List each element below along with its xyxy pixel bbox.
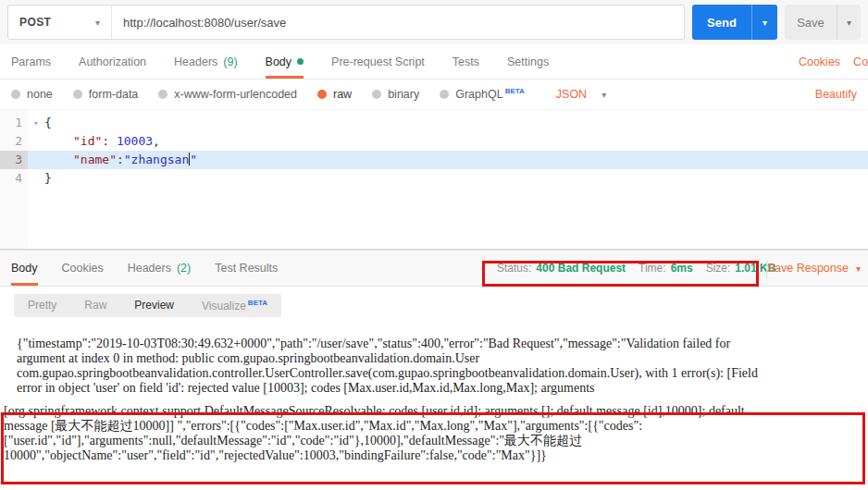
response-line: ["user.id","id"],"arguments":null,"defau… (4, 434, 868, 448)
editor-line-2: 2 "id": 10003, (0, 132, 868, 151)
graphql-beta-badge: BETA (505, 87, 525, 95)
radio-binary[interactable]: binary (372, 88, 419, 101)
response-headers-count-badge: (2) (177, 262, 191, 275)
postman-window: POST ▾ Send ▾ Save ▾ Params Authorizatio… (0, 0, 868, 490)
view-tab-visualize[interactable]: VisualizeBETA (188, 294, 281, 317)
request-body-editor[interactable]: 1 ▾ { 2 "id": 10003, 3 "name":"zhangsan"… (0, 110, 868, 250)
json-value: "zhangsan (124, 153, 189, 166)
url-control: POST ▾ (7, 5, 685, 40)
radio-icon (11, 90, 20, 99)
headers-count-badge: (9) (223, 55, 237, 68)
time-badge: Time: 6ms (639, 262, 693, 275)
response-line: [org.springframework.context.support.Def… (4, 404, 868, 419)
view-tab-raw[interactable]: Raw (70, 294, 120, 317)
status-badge: Status: 400 Bad Request (497, 262, 626, 275)
radio-icon (158, 90, 167, 99)
save-options-button[interactable]: ▾ (837, 5, 861, 40)
editor-line-1: 1 ▾ { (0, 114, 868, 132)
radio-icon (372, 90, 381, 99)
radio-selected-icon (317, 90, 327, 99)
body-language-dropdown[interactable]: JSON ▾ (556, 88, 606, 101)
response-view-row: Pretty Raw Preview VisualizeBETA (0, 287, 868, 317)
response-line: error in object 'user' on field 'id': re… (17, 381, 868, 396)
response-meta: Status: 400 Bad Request Time: 6ms Size: … (497, 251, 775, 286)
chevron-down-icon: ▾ (601, 90, 606, 100)
response-line: message [最大不能超过10000]] ","errors":[{"cod… (4, 419, 868, 434)
chevron-down-icon: ▾ (763, 18, 767, 28)
tab-params[interactable]: Params (11, 44, 51, 79)
radio-graphql[interactable]: GraphQLBETA (440, 87, 525, 101)
method-select[interactable]: POST ▾ (8, 6, 112, 39)
chevron-down-icon: ▾ (95, 18, 100, 28)
save-button[interactable]: Save (785, 5, 837, 40)
response-tab-body[interactable]: Body (11, 251, 38, 286)
response-tab-headers[interactable]: Headers (2) (128, 251, 192, 286)
radio-icon (73, 90, 82, 99)
request-url-bar: POST ▾ Send ▾ Save ▾ (0, 0, 868, 44)
line-number: 1 (0, 114, 28, 132)
tab-headers[interactable]: Headers (9) (174, 44, 238, 79)
response-tab-cookies[interactable]: Cookies (62, 251, 104, 286)
language-label: JSON (556, 88, 587, 101)
response-line: {"timestamp":"2019-10-03T08:30:49.632+00… (17, 337, 868, 351)
response-text-block-highlighted: [org.springframework.context.support.Def… (4, 404, 868, 463)
tab-tests[interactable]: Tests (453, 44, 479, 79)
tab-body[interactable]: Body (266, 44, 304, 79)
tab-pre-request-script[interactable]: Pre-request Script (331, 44, 425, 79)
line-number: 4 (0, 169, 28, 188)
response-line: argument at index 0 in method: public co… (17, 351, 868, 366)
response-preview: {"timestamp":"2019-10-03T08:30:49.632+00… (0, 337, 868, 463)
save-button-group: Save ▾ (785, 5, 861, 40)
response-header: Body Cookies Headers (2) Test Results St… (0, 250, 868, 287)
radio-x-www-form-urlencoded[interactable]: x-www-form-urlencoded (158, 88, 297, 101)
response-text-block: {"timestamp":"2019-10-03T08:30:49.632+00… (17, 337, 868, 396)
body-type-row: none form-data x-www-form-urlencoded raw… (0, 80, 868, 110)
code-link[interactable]: Code (853, 55, 868, 68)
radio-icon (440, 90, 449, 99)
request-tab-links: Cookies Code (799, 44, 868, 79)
send-button-group: Send ▾ (692, 5, 777, 40)
editor-line-4: 4 } (0, 169, 868, 188)
radio-raw[interactable]: raw (317, 88, 352, 101)
method-label: POST (19, 16, 51, 29)
editor-line-3-active: 3 "name":"zhangsan" (0, 151, 868, 169)
json-value: 10003 (117, 134, 153, 148)
radio-form-data[interactable]: form-data (73, 88, 139, 101)
beautify-link[interactable]: Beautify (815, 88, 857, 101)
view-tab-pretty[interactable]: Pretty (14, 294, 70, 317)
request-tabs: Params Authorization Headers (9) Body Pr… (0, 44, 868, 80)
radio-none[interactable]: none (11, 88, 53, 101)
tab-authorization[interactable]: Authorization (79, 44, 146, 79)
response-tab-test-results[interactable]: Test Results (215, 251, 278, 286)
url-input[interactable] (112, 6, 684, 39)
response-view-tabs: Pretty Raw Preview VisualizeBETA (14, 294, 281, 317)
response-line: com.gupao.springbootbeanvalidation.contr… (17, 366, 868, 381)
send-button[interactable]: Send (692, 5, 751, 40)
save-response-button[interactable]: Save Response ▾ (767, 251, 861, 286)
chevron-down-icon: ▾ (856, 263, 861, 274)
cookies-link[interactable]: Cookies (799, 55, 840, 68)
body-content-dot-icon (297, 58, 304, 65)
json-key: "name" (73, 153, 117, 166)
visualize-beta-badge: BETA (248, 299, 267, 307)
fold-caret-icon[interactable]: ▾ (28, 114, 44, 132)
view-tab-preview[interactable]: Preview (120, 294, 188, 317)
line-number: 2 (0, 132, 28, 151)
line-number: 3 (0, 151, 28, 169)
response-line: 10000","objectName":"user","field":"id",… (4, 448, 868, 463)
json-key: "id" (73, 134, 102, 148)
chevron-down-icon: ▾ (847, 18, 851, 28)
tab-settings[interactable]: Settings (507, 44, 549, 79)
send-options-button[interactable]: ▾ (751, 5, 777, 40)
